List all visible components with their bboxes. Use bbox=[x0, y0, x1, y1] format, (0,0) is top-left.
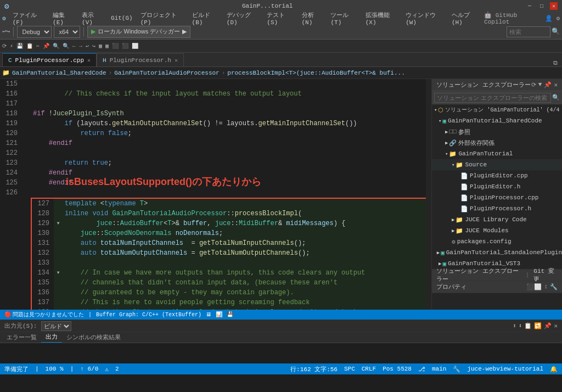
tree-plugin-processor-cpp[interactable]: 📄 PluginProcessor.cpp bbox=[432, 192, 562, 203]
output-action-5[interactable]: 📌 bbox=[544, 322, 552, 329]
minimize-button[interactable]: ─ bbox=[526, 2, 533, 10]
tree-source[interactable]: ▾ 📁 Source bbox=[432, 159, 562, 170]
solution-search-input[interactable] bbox=[434, 93, 551, 103]
window-title: GainP...torial bbox=[9, 3, 526, 9]
props-icon-2[interactable]: ↕ bbox=[544, 283, 548, 290]
output-header: 出力元(S): ビルド ⬆ ⬇ 📋 🔁 📌 ✕ bbox=[0, 320, 562, 332]
tab-close-h[interactable]: ✕ bbox=[175, 57, 178, 64]
errors-tab[interactable]: エラー一覧 bbox=[2, 332, 41, 343]
notification-bell[interactable]: 🔔 bbox=[550, 366, 558, 373]
menu-git[interactable]: Git(G) bbox=[108, 14, 136, 23]
branch-name[interactable]: main bbox=[432, 366, 446, 372]
breadcrumb-part-2[interactable]: GainPanTutorialAudioProcessor bbox=[114, 70, 219, 76]
menu-window[interactable]: ウィンドウ(W) bbox=[402, 10, 447, 27]
output-panel-close[interactable]: ✕ bbox=[554, 322, 558, 329]
menu-test[interactable]: テスト(S) bbox=[263, 10, 297, 27]
tree-packages-config[interactable]: ⚙ packages.config bbox=[432, 236, 562, 247]
tree-plugin-editor-cpp[interactable]: 📄 PluginEditor.cpp bbox=[432, 170, 562, 181]
account-icon[interactable]: 👤 bbox=[545, 15, 553, 22]
tab-close-cpp[interactable]: ✕ bbox=[87, 57, 91, 64]
location-bar: 📁 GainPanTutorial_SharedCode › GainPanTu… bbox=[0, 67, 562, 79]
juce-label: 🔧 bbox=[453, 366, 460, 373]
tab-plugin-processor-h[interactable]: H PluginProcessor.h ✕ bbox=[97, 53, 184, 66]
buffer-btn-1[interactable]: 🖥 bbox=[206, 311, 211, 318]
symbol-search-tab[interactable]: シンボルの検索結果 bbox=[62, 332, 125, 343]
branch-icon: ⎇ bbox=[418, 366, 425, 373]
tree-gainpan[interactable]: ▾ 📁 GainPanTutorial bbox=[432, 148, 562, 159]
pos-label: Pos 5528 bbox=[383, 366, 412, 372]
menu-file[interactable]: ファイル(F) bbox=[9, 10, 48, 27]
menu-project[interactable]: プロジェクト(P) bbox=[137, 10, 188, 27]
debug-config-select[interactable]: Debug bbox=[17, 26, 52, 38]
search-input[interactable] bbox=[507, 26, 550, 37]
juce-lib-icon: 📁 bbox=[456, 216, 463, 223]
sync-icon[interactable]: ⟳ bbox=[531, 81, 536, 88]
buffer-btn-3[interactable]: 💾 bbox=[227, 311, 233, 318]
code-line-116: 116 // This checks if the input layout m… bbox=[0, 89, 431, 99]
tree-juce-library[interactable]: ▶ 📁 JUCE Library Code bbox=[432, 214, 562, 225]
output-action-3[interactable]: 📋 bbox=[524, 322, 532, 329]
tree-standalone[interactable]: ▶ ▣ GainPanTutorial_StandalonePlugin bbox=[432, 247, 562, 258]
search-icon[interactable]: 🔍 bbox=[552, 27, 560, 36]
tree-references[interactable]: ▶ □□ 参照 bbox=[432, 126, 562, 137]
file-icon-editor-h: 📄 bbox=[460, 183, 468, 191]
file-icon-proc-cpp: 📄 bbox=[460, 194, 468, 201]
output-tabs: エラー一覧 出力 シンボルの検索結果 bbox=[0, 332, 562, 343]
output-source-select[interactable]: ビルド bbox=[41, 321, 71, 331]
error-indicator[interactable]: 🔴 問題は見つかりませんでした bbox=[4, 311, 84, 318]
tree-shared-code[interactable]: ▾ ▣ GainPanTutorial_SharedCode bbox=[432, 115, 562, 126]
maximize-button[interactable]: □ bbox=[538, 2, 546, 10]
platform-select[interactable]: x64 bbox=[54, 26, 80, 38]
editor-scrollbar[interactable] bbox=[426, 79, 431, 310]
output-content bbox=[0, 343, 562, 363]
row-col: 行:162 文字:56 bbox=[290, 365, 338, 373]
menu-debug[interactable]: デバッグ(D) bbox=[223, 10, 262, 27]
props-icon-1[interactable]: ⬛⬜ bbox=[526, 283, 542, 290]
run-debugger-button[interactable]: ▶ ローカル Windows デバッガー ▶ bbox=[87, 26, 190, 38]
panel-pin-icon[interactable]: 📌 bbox=[544, 81, 552, 88]
menu-bar: ⚙ ファイル(F) 編集(E) 表示(V) Git(G) プロジェクト(P) ビ… bbox=[0, 12, 562, 24]
tree-plugin-processor-h[interactable]: 📄 PluginProcessor.h bbox=[432, 203, 562, 214]
menu-extensions[interactable]: 拡張機能(X) bbox=[362, 10, 401, 27]
vst3-icon: ▣ bbox=[442, 260, 446, 267]
git-divider: | bbox=[526, 272, 530, 278]
tab-bar: C PluginProcessor.cpp ✕ H PluginProcesso… bbox=[0, 53, 562, 67]
menu-build[interactable]: ビルド(B) bbox=[189, 10, 222, 27]
output-action-1[interactable]: ⬆ bbox=[513, 322, 516, 329]
breadcrumb-part-3[interactable]: processBlockImpl<T>(juce::AudioBuffer<T>… bbox=[227, 70, 404, 76]
shared-code-icon: ▣ bbox=[442, 117, 446, 125]
code-line-133: 133 bbox=[32, 258, 429, 268]
buffer-btn-2[interactable]: 📊 bbox=[216, 311, 222, 318]
spaces-label: SPC bbox=[344, 366, 355, 372]
packages-icon: ⚙ bbox=[452, 238, 456, 245]
solution-tree: ▾ ⬡ ソリューション 'GainPanTutorial' (4/4 のプロジェ… bbox=[432, 104, 562, 269]
settings-icon[interactable]: ⚙ bbox=[556, 15, 560, 22]
tree-extern-deps[interactable]: ▶ 🔗 外部依存関係 bbox=[432, 137, 562, 148]
output-action-2[interactable]: ⬇ bbox=[519, 322, 522, 329]
split-editor-icon[interactable]: ⧉ bbox=[551, 60, 560, 66]
props-pin-icon[interactable]: 🔧 bbox=[550, 283, 558, 290]
tree-solution-root[interactable]: ▾ ⬡ ソリューション 'GainPanTutorial' (4/4 のプロジェ… bbox=[432, 104, 562, 115]
menu-tools[interactable]: ツール(T) bbox=[327, 10, 361, 27]
panel-close-icon[interactable]: ✕ bbox=[554, 81, 558, 88]
filter-icon[interactable]: ▼ bbox=[538, 81, 542, 88]
output-action-4[interactable]: 🔁 bbox=[534, 322, 542, 329]
breadcrumb-part-1[interactable]: GainPanTutorial_SharedCode bbox=[12, 70, 106, 76]
tree-plugin-editor-h[interactable]: 📄 PluginEditor.h bbox=[432, 181, 562, 192]
solution-explorer-title: ソリューション エクスプローラー bbox=[436, 81, 531, 89]
menu-help[interactable]: ヘルプ(H) bbox=[448, 10, 482, 27]
status-right: 行:162 文字:56 SPC CRLF Pos 5528 ⎇ main 🔧 j… bbox=[290, 365, 558, 373]
tree-juce-modules[interactable]: ▶ 📁 JUCE Modules bbox=[432, 225, 562, 236]
solution-search-icon[interactable]: 🔍 bbox=[552, 94, 560, 101]
menu-view[interactable]: 表示(V) bbox=[78, 10, 106, 27]
menu-analyze[interactable]: 分析(N) bbox=[299, 10, 327, 27]
plugin-editor-h-label: PluginEditor.h bbox=[470, 183, 520, 190]
close-button[interactable]: ✕ bbox=[550, 2, 558, 10]
extern-deps-label: 外部依存関係 bbox=[458, 139, 494, 147]
output-tab[interactable]: 出力 bbox=[41, 332, 62, 343]
code-line-138: 138 // when they first compile a plugin,… bbox=[32, 307, 429, 310]
juce-project[interactable]: juce-webview-tutorial bbox=[467, 366, 543, 372]
tab-plugin-processor-cpp[interactable]: C PluginProcessor.cpp ✕ bbox=[2, 53, 97, 66]
plugin-editor-cpp-label: PluginEditor.cpp bbox=[470, 172, 528, 179]
menu-edit[interactable]: 編集(E) bbox=[49, 10, 77, 27]
